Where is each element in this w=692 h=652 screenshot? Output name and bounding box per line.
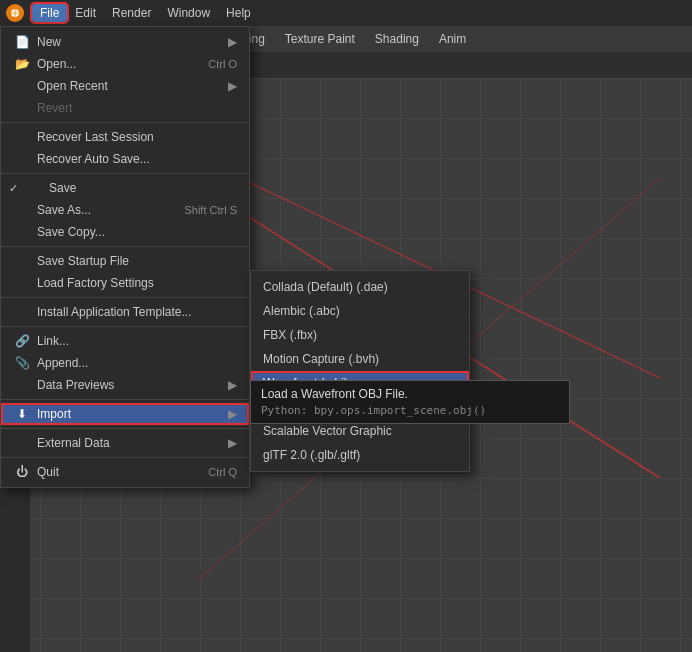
top-menubar: File Edit Render Window Help	[0, 0, 692, 26]
import-submenu: Collada (Default) (.dae) Alembic (.abc) …	[250, 270, 470, 472]
save-check-icon: ✓	[9, 182, 18, 195]
import-fbx[interactable]: FBX (.fbx)	[251, 323, 469, 347]
separator-1	[1, 122, 249, 123]
file-revert[interactable]: Revert	[1, 97, 249, 119]
file-menu: 📄 New ▶ 📂 Open... Ctrl O Open Recent ▶ R…	[0, 26, 250, 488]
file-menu-trigger[interactable]: File	[32, 4, 67, 22]
file-external-data[interactable]: External Data ▶	[1, 432, 249, 454]
tooltip-code: Python: bpy.ops.import_scene.obj()	[261, 404, 559, 417]
file-open-recent[interactable]: Open Recent ▶	[1, 75, 249, 97]
separator-8	[1, 457, 249, 458]
separator-3	[1, 246, 249, 247]
import-collada[interactable]: Collada (Default) (.dae)	[251, 275, 469, 299]
svg-rect-3	[7, 12, 23, 14]
file-append[interactable]: 📎 Append...	[1, 352, 249, 374]
data-previews-arrow: ▶	[228, 378, 237, 392]
tooltip: Load a Wavefront OBJ File. Python: bpy.o…	[250, 380, 570, 424]
help-menu-trigger[interactable]: Help	[218, 4, 259, 22]
file-load-factory[interactable]: Load Factory Settings	[1, 272, 249, 294]
import-arrow: ▶	[228, 407, 237, 421]
external-data-arrow: ▶	[228, 436, 237, 450]
file-install-template[interactable]: Install Application Template...	[1, 301, 249, 323]
import-icon: ⬇	[13, 407, 31, 421]
file-link[interactable]: 🔗 Link...	[1, 330, 249, 352]
link-icon: 🔗	[13, 334, 31, 348]
new-icon: 📄	[13, 35, 31, 49]
file-recover-last[interactable]: Recover Last Session	[1, 126, 249, 148]
append-icon: 📎	[13, 356, 31, 370]
open-recent-arrow: ▶	[228, 79, 237, 93]
tab-shading[interactable]: Shading	[365, 30, 429, 48]
blender-logo[interactable]	[4, 2, 26, 24]
separator-2	[1, 173, 249, 174]
file-data-previews[interactable]: Data Previews ▶	[1, 374, 249, 396]
file-save-startup[interactable]: Save Startup File	[1, 250, 249, 272]
import-gltf[interactable]: glTF 2.0 (.glb/.gltf)	[251, 443, 469, 467]
file-save-as[interactable]: Save As... Shift Ctrl S	[1, 199, 249, 221]
separator-6	[1, 399, 249, 400]
file-save-copy[interactable]: Save Copy...	[1, 221, 249, 243]
file-import[interactable]: ⬇ Import ▶	[1, 403, 249, 425]
tab-texture-paint[interactable]: Texture Paint	[275, 30, 365, 48]
separator-4	[1, 297, 249, 298]
import-motion-capture[interactable]: Motion Capture (.bvh)	[251, 347, 469, 371]
file-new[interactable]: 📄 New ▶	[1, 31, 249, 53]
file-quit[interactable]: ⏻ Quit Ctrl Q	[1, 461, 249, 483]
file-open[interactable]: 📂 Open... Ctrl O	[1, 53, 249, 75]
separator-5	[1, 326, 249, 327]
import-alembic[interactable]: Alembic (.abc)	[251, 299, 469, 323]
file-save[interactable]: ✓ Save	[1, 177, 249, 199]
render-menu-trigger[interactable]: Render	[104, 4, 159, 22]
open-icon: 📂	[13, 57, 31, 71]
separator-7	[1, 428, 249, 429]
file-dropdown: 📄 New ▶ 📂 Open... Ctrl O Open Recent ▶ R…	[0, 26, 250, 488]
file-recover-auto[interactable]: Recover Auto Save...	[1, 148, 249, 170]
window-menu-trigger[interactable]: Window	[159, 4, 218, 22]
quit-icon: ⏻	[13, 465, 31, 479]
tooltip-title: Load a Wavefront OBJ File.	[261, 387, 559, 401]
tab-anim[interactable]: Anim	[429, 30, 476, 48]
new-arrow: ▶	[228, 35, 237, 49]
edit-menu-trigger[interactable]: Edit	[67, 4, 104, 22]
